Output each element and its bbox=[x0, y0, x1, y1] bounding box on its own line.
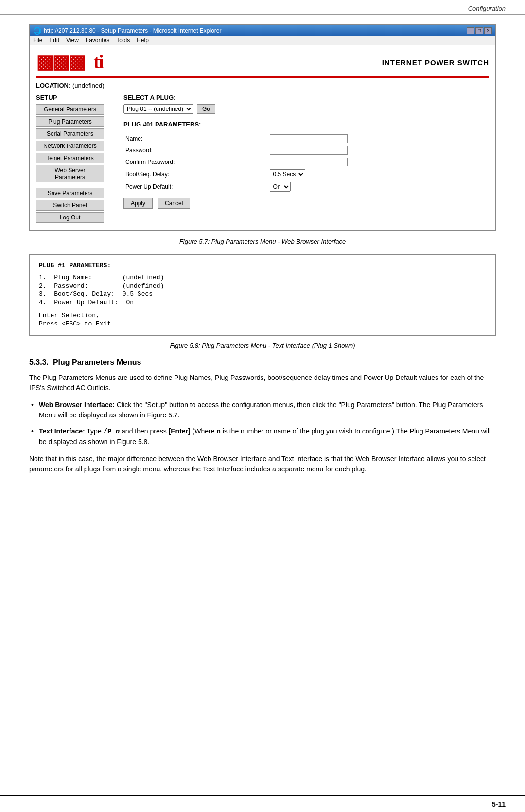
nav-save-parameters[interactable]: Save Parameters bbox=[36, 188, 104, 198]
menu-help[interactable]: Help bbox=[137, 37, 149, 44]
bullet-list: Web Browser Interface: Click the "Setup"… bbox=[29, 400, 496, 447]
select-plug-label: SELECT A PLUG: bbox=[123, 94, 489, 101]
password-label: Password: bbox=[123, 144, 268, 156]
terminal-prompt-1: Enter Selection, bbox=[39, 312, 486, 319]
titlebar-controls[interactable]: _ □ × bbox=[467, 27, 492, 34]
minimize-button[interactable]: _ bbox=[467, 27, 474, 34]
table-row: Boot/Seq. Delay: 0.5 Secs bbox=[123, 168, 489, 180]
bullet2-enter: [Enter] bbox=[169, 427, 191, 435]
location-label: LOCATION: bbox=[36, 82, 70, 89]
name-label: Name: bbox=[123, 133, 268, 144]
bullet2-code: /P n bbox=[104, 428, 120, 435]
cancel-button[interactable]: Cancel bbox=[158, 198, 190, 209]
browser-window: 🌐 http://207.212.30.80 - Setup Parameter… bbox=[29, 24, 496, 231]
power-up-cell: On bbox=[268, 180, 489, 193]
location-line: LOCATION: (undefined) bbox=[36, 82, 489, 89]
titlebar-left: 🌐 http://207.212.30.80 - Setup Parameter… bbox=[33, 27, 222, 35]
figure-2-caption: Figure 5.8: Plug Parameters Menu - Text … bbox=[29, 342, 496, 349]
nav-log-out[interactable]: Log Out bbox=[36, 212, 104, 223]
location-value: (undefined) bbox=[72, 82, 105, 89]
confirm-password-label: Confirm Password: bbox=[123, 156, 268, 168]
chapter-title: Configuration bbox=[468, 5, 506, 12]
bullet2-n: n bbox=[216, 428, 220, 435]
nav-webserver-parameters[interactable]: Web Server Parameters bbox=[36, 165, 104, 182]
nav-plug-parameters[interactable]: Plug Parameters bbox=[36, 116, 104, 127]
figure-1-caption: Figure 5.7: Plug Parameters Menu - Web B… bbox=[29, 238, 496, 245]
confirm-password-input[interactable] bbox=[270, 158, 348, 166]
terminal-spacer bbox=[39, 307, 486, 312]
section-title: Plug Parameters Menus bbox=[53, 358, 141, 366]
ie-icon: 🌐 bbox=[33, 27, 41, 35]
browser-title: http://207.212.30.80 - Setup Parameters … bbox=[44, 27, 222, 34]
menu-file[interactable]: File bbox=[33, 37, 42, 44]
nav-serial-parameters[interactable]: Serial Parameters bbox=[36, 128, 104, 139]
nav-switch-panel[interactable]: Switch Panel bbox=[36, 200, 104, 211]
apply-button[interactable]: Apply bbox=[123, 198, 153, 209]
go-button[interactable]: Go bbox=[197, 104, 215, 114]
boot-seq-label: Boot/Seq. Delay: bbox=[123, 168, 268, 180]
section-heading: 5.3.3. Plug Parameters Menus bbox=[29, 358, 496, 367]
terminal-row-1: 1. Plug Name: (undefined) bbox=[39, 274, 486, 281]
terminal-box: PLUG #1 PARAMETERS: 1. Plug Name: (undef… bbox=[29, 254, 496, 336]
plug-select[interactable]: Plug 01 -- (undefined) bbox=[123, 104, 193, 114]
name-input[interactable] bbox=[270, 134, 348, 143]
bullet2-where: (Where bbox=[192, 427, 217, 435]
menu-favorites[interactable]: Favorites bbox=[86, 37, 109, 44]
password-input-cell bbox=[268, 144, 489, 156]
power-up-select[interactable]: On bbox=[270, 182, 291, 192]
bullet2-prefix: Type bbox=[87, 427, 103, 435]
content-columns: SETUP General Parameters Plug Parameters… bbox=[36, 94, 489, 224]
table-row: Confirm Password: bbox=[123, 156, 489, 168]
name-input-cell bbox=[268, 133, 489, 144]
browser-body: ▩▩▩ ti INTERNET POWER SWITCH LOCATION: (… bbox=[30, 45, 495, 230]
confirm-password-input-cell bbox=[268, 156, 489, 168]
plug-params-title: PLUG #01 PARAMETERS: bbox=[123, 121, 489, 128]
browser-menubar: File Edit View Favorites Tools Help bbox=[30, 36, 495, 45]
action-buttons: Apply Cancel bbox=[123, 198, 489, 209]
menu-view[interactable]: View bbox=[66, 37, 79, 44]
bullet-item-1: Web Browser Interface: Click the "Setup"… bbox=[29, 400, 496, 420]
table-row: Name: bbox=[123, 133, 489, 144]
setup-label: SETUP bbox=[36, 94, 114, 101]
right-content: SELECT A PLUG: Plug 01 -- (undefined) Go… bbox=[123, 94, 489, 224]
browser-titlebar: 🌐 http://207.212.30.80 - Setup Parameter… bbox=[30, 25, 495, 36]
power-up-label: Power Up Default: bbox=[123, 180, 268, 193]
product-title: INTERNET POWER SWITCH bbox=[382, 58, 489, 67]
nav-divider bbox=[36, 184, 114, 188]
terminal-row-4: 4. Power Up Default: On bbox=[39, 299, 486, 306]
section-body-2: Note that in this case, the major differ… bbox=[29, 454, 496, 474]
maximize-button[interactable]: □ bbox=[475, 27, 483, 34]
menu-tools[interactable]: Tools bbox=[116, 37, 130, 44]
terminal-row-2: 2. Password: (undefined) bbox=[39, 282, 486, 289]
browser-inner: ▩▩▩ ti INTERNET POWER SWITCH LOCATION: (… bbox=[36, 51, 489, 224]
close-button[interactable]: × bbox=[484, 27, 492, 34]
left-nav: SETUP General Parameters Plug Parameters… bbox=[36, 94, 114, 224]
nav-network-parameters[interactable]: Network Parameters bbox=[36, 141, 104, 151]
password-input[interactable] bbox=[270, 146, 348, 155]
boot-seq-cell: 0.5 Secs bbox=[268, 168, 489, 180]
bullet-item-2: Text Interface: Type /P n and then press… bbox=[29, 426, 496, 447]
plug-select-row: Plug 01 -- (undefined) Go bbox=[123, 104, 489, 114]
bullet2-bold: Text Interface: bbox=[39, 427, 85, 435]
terminal-row-3: 3. Boot/Seq. Delay: 0.5 Secs bbox=[39, 290, 486, 298]
section-number: 5.3.3. bbox=[29, 358, 49, 366]
terminal-title: PLUG #1 PARAMETERS: bbox=[39, 262, 486, 269]
nav-general-parameters[interactable]: General Parameters bbox=[36, 104, 104, 115]
table-row: Password: bbox=[123, 144, 489, 156]
main-content: 🌐 http://207.212.30.80 - Setup Parameter… bbox=[0, 15, 525, 496]
nav-telnet-parameters[interactable]: Telnet Parameters bbox=[36, 153, 104, 163]
page-number: 5-11 bbox=[492, 800, 506, 808]
logo-area: ▩▩▩ ti INTERNET POWER SWITCH bbox=[36, 51, 489, 78]
param-table: Name: Password: Confirm Password: bbox=[123, 133, 489, 193]
menu-edit[interactable]: Edit bbox=[49, 37, 59, 44]
table-row: Power Up Default: On bbox=[123, 180, 489, 193]
terminal-prompt-2: Press <ESC> to Exit ... bbox=[39, 320, 486, 327]
boot-seq-select[interactable]: 0.5 Secs bbox=[270, 169, 305, 179]
page-footer: 5-11 bbox=[0, 795, 525, 812]
wti-logo: ▩▩▩ ti bbox=[36, 51, 103, 73]
section-body-1: The Plug Parameters Menus are used to de… bbox=[29, 373, 496, 393]
bullet2-mid: and then press bbox=[122, 427, 169, 435]
bullet1-bold: Web Browser Interface: bbox=[39, 401, 115, 409]
page-header: Configuration bbox=[0, 0, 525, 15]
